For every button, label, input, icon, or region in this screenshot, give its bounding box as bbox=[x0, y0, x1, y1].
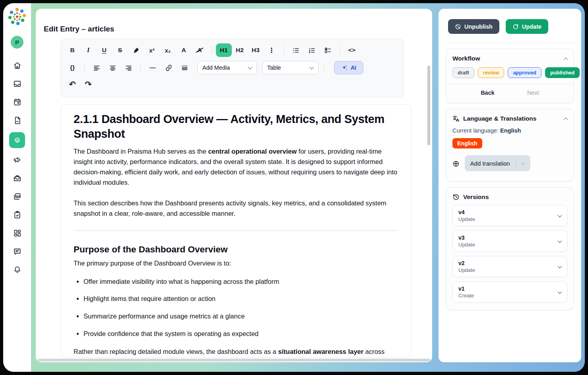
workflow-card: Workflow draft review approved published… bbox=[446, 49, 574, 103]
language-card: Language & Translations Current language… bbox=[446, 109, 574, 182]
sidebar-item-media[interactable] bbox=[9, 190, 25, 203]
document-divider bbox=[74, 230, 398, 231]
current-language: Current language: English bbox=[452, 127, 567, 134]
sidebar-item-notifications[interactable] bbox=[9, 263, 25, 276]
ban-icon bbox=[455, 23, 461, 30]
redo-button[interactable]: ↷ bbox=[80, 78, 96, 91]
version-label: v2 bbox=[458, 260, 558, 266]
numbered-list-button[interactable] bbox=[304, 43, 320, 57]
sidebar-item-documents[interactable] bbox=[9, 114, 25, 127]
inline-code-button[interactable]: <> bbox=[344, 43, 360, 57]
add-media-dropdown[interactable]: Add Media bbox=[197, 61, 257, 74]
clipboard-check-icon bbox=[13, 210, 22, 219]
code-block-button[interactable]: {} bbox=[64, 61, 80, 74]
document-editor[interactable]: 2.1.1 Dashboard Overview — Activity, Met… bbox=[60, 104, 411, 357]
image-button[interactable] bbox=[177, 61, 192, 74]
ai-assistant-button[interactable]: AI bbox=[334, 61, 363, 74]
table-dropdown[interactable]: Table bbox=[262, 61, 318, 74]
version-action: Create bbox=[458, 293, 558, 299]
heading3-button[interactable]: H3 bbox=[248, 43, 264, 57]
workflow-next-button[interactable]: Next bbox=[527, 90, 539, 96]
unpublish-button[interactable]: Unpublish bbox=[448, 19, 499, 34]
collapse-chevron-icon[interactable] bbox=[563, 117, 568, 122]
strikethrough-button[interactable]: S bbox=[112, 43, 128, 57]
sidebar-item-comments[interactable] bbox=[9, 245, 25, 258]
document-heading: 2.1.1 Dashboard Overview — Activity, Met… bbox=[74, 112, 398, 141]
plus-circle-icon[interactable]: ⊕ bbox=[452, 159, 460, 168]
version-row-v1[interactable]: v1 Create bbox=[452, 281, 567, 303]
sidebar-item-mail[interactable] bbox=[9, 172, 25, 185]
align-center-button[interactable] bbox=[105, 61, 120, 74]
add-translation-button[interactable]: Add translation bbox=[465, 155, 530, 171]
document-section-heading: Purpose of the Dashboard Overview bbox=[74, 244, 398, 255]
chevron-down-icon bbox=[557, 238, 562, 242]
collapse-chevron-icon[interactable] bbox=[563, 57, 568, 62]
list-item: Provide confidence that the system is op… bbox=[83, 329, 398, 339]
sidebar: P bbox=[3, 3, 31, 372]
checklist-button[interactable] bbox=[320, 43, 336, 57]
sidebar-item-tasks[interactable] bbox=[9, 208, 25, 221]
main-editor-card: Edit Entry – articles B I U S x² x₂ A A … bbox=[36, 9, 432, 362]
workflow-back-button[interactable]: Back bbox=[481, 90, 495, 96]
document-bullet-list: Offer immediate visibility into what is … bbox=[83, 277, 398, 339]
sidebar-item-calendar[interactable] bbox=[9, 96, 25, 109]
sidebar-item-home[interactable] bbox=[9, 59, 25, 72]
mail-open-icon bbox=[13, 174, 22, 183]
document-paragraph: The primary purpose of the Dashboard Ove… bbox=[74, 258, 398, 268]
sidebar-item-announcements[interactable] bbox=[9, 153, 25, 166]
numbered-list-icon bbox=[308, 47, 316, 54]
clear-formatting-button[interactable]: A bbox=[192, 43, 208, 57]
calendar-icon bbox=[13, 98, 22, 107]
language-badge[interactable]: English bbox=[452, 138, 482, 148]
bell-icon bbox=[13, 265, 22, 274]
toolbar-separator bbox=[140, 63, 141, 72]
italic-button[interactable]: I bbox=[80, 43, 96, 57]
user-avatar[interactable]: P bbox=[11, 36, 23, 49]
highlighter-button[interactable] bbox=[128, 43, 144, 57]
version-row-v3[interactable]: v3 Update bbox=[452, 230, 567, 252]
bullet-list-button[interactable] bbox=[288, 43, 304, 57]
align-right-button[interactable] bbox=[120, 61, 136, 74]
chevron-down-icon bbox=[557, 289, 562, 293]
stage-badge-approved: approved bbox=[508, 67, 541, 78]
document-icon bbox=[13, 116, 22, 125]
home-icon bbox=[13, 61, 22, 70]
chevron-down-icon bbox=[557, 264, 562, 268]
heading1-button[interactable]: H1 bbox=[216, 43, 232, 57]
version-row-v2[interactable]: v2 Update bbox=[452, 256, 567, 277]
superscript-button[interactable]: x² bbox=[144, 43, 160, 57]
undo-button[interactable]: ↶ bbox=[64, 78, 80, 91]
version-row-v4[interactable]: v4 Update bbox=[452, 205, 567, 226]
stage-badge-draft: draft bbox=[452, 67, 474, 78]
link-button[interactable] bbox=[161, 61, 177, 74]
bullet-list-icon bbox=[292, 47, 300, 54]
align-right-icon bbox=[125, 64, 132, 72]
toolbar-separator bbox=[84, 63, 85, 72]
align-left-button[interactable] bbox=[89, 61, 105, 74]
align-center-icon bbox=[109, 64, 116, 72]
horizontal-rule-button[interactable]: — bbox=[145, 61, 161, 74]
language-title: Language & Translations bbox=[463, 115, 536, 122]
version-label: v4 bbox=[458, 209, 558, 215]
right-panel: Unpublish Update Workflow draft review a… bbox=[439, 9, 581, 362]
underline-button[interactable]: U bbox=[96, 43, 112, 57]
sidebar-item-blocks[interactable] bbox=[9, 227, 25, 240]
versions-title: Versions bbox=[463, 193, 489, 201]
horizontal-scrollbar[interactable] bbox=[38, 359, 430, 361]
bold-button[interactable]: B bbox=[64, 43, 80, 57]
more-options-button[interactable]: ⋮ bbox=[264, 43, 279, 57]
sidebar-item-inbox[interactable] bbox=[9, 77, 25, 90]
update-button[interactable]: Update bbox=[506, 19, 548, 34]
subscript-button[interactable]: x₂ bbox=[160, 43, 176, 57]
sidebar-item-content[interactable] bbox=[9, 132, 25, 148]
version-label: v1 bbox=[458, 285, 558, 292]
sidebar-nav bbox=[9, 59, 25, 276]
vertical-scrollbar[interactable] bbox=[427, 66, 430, 145]
heading2-button[interactable]: H2 bbox=[232, 43, 248, 57]
align-left-icon bbox=[93, 64, 101, 72]
toolbar-separator bbox=[340, 46, 340, 55]
font-color-button[interactable]: A bbox=[176, 43, 192, 57]
inbox-icon bbox=[13, 79, 22, 88]
list-item: Offer immediate visibility into what is … bbox=[83, 277, 398, 287]
toolbar-row-1: B I U S x² x₂ A A H1 H2 H3 ⋮ bbox=[64, 41, 400, 59]
